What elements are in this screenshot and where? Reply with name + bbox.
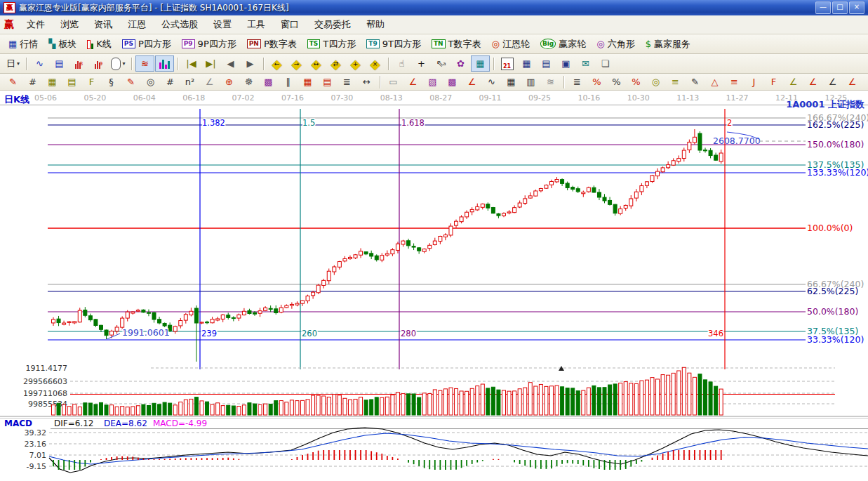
wave-tool-icon[interactable]: ∿ [482,74,501,90]
spiral-tool-icon[interactable]: § [102,74,121,90]
sector-blocks-button[interactable]: ▚板块 [44,37,81,52]
t-square-button[interactable]: TST四方形 [302,37,361,52]
angle-line-icon[interactable]: ∠ [823,74,842,90]
k-mark-icon[interactable]: ∥ [279,74,298,90]
p-number-table-button[interactable]: PNP数字表 [242,37,302,52]
percent-icon[interactable]: % [607,74,626,90]
chart-area[interactable]: 日K线05-0605-2006-0406-1807-0207-1607-3008… [0,91,868,481]
candle-style-dropdown[interactable]: ▾ [109,55,128,72]
web-box-icon[interactable]: ▩ [259,74,278,90]
calculator-icon[interactable]: ▦ [517,55,536,72]
grid-tool-icon[interactable]: # [23,74,42,90]
table-grid-icon[interactable]: ▦ [502,74,521,90]
pen-tool-icon[interactable]: ✎ [4,74,22,90]
fan-box-icon[interactable]: ▧ [423,74,442,90]
n2-grid-icon[interactable]: n² [180,74,199,90]
drag-hand-icon[interactable]: ☝ [392,55,411,72]
p-square-button[interactable]: PSP四方形 [117,37,176,52]
save-icon[interactable]: ▣ [556,55,575,72]
menu-item-文件[interactable]: 文件 [20,16,52,33]
percent-red-icon[interactable]: % [587,74,606,90]
expand-icon[interactable]: ◆× [366,55,385,72]
f-grid-icon[interactable]: F [82,74,101,90]
triangle-lines-icon[interactable]: △ [705,74,724,90]
title-bar[interactable]: 赢 赢家江恩专业版[赢家内部服务平台] - [上证指数 SH1A0001-167… [0,0,868,15]
winner-wheel-button[interactable]: Big赢家轮 [535,37,591,52]
width-span-icon[interactable]: ↔ [357,74,376,90]
crosshair-icon[interactable]: + [412,55,431,72]
close-button[interactable]: × [849,1,864,14]
hexagon-wheel-button[interactable]: ◎六角形 [592,37,639,52]
gann-wheel-button[interactable]: ◎江恩轮 [487,37,535,52]
grid-brain-icon[interactable]: ▦ [471,55,490,72]
red-fan-icon[interactable]: ∠ [403,74,422,90]
menu-item-设置[interactable]: 设置 [206,16,239,33]
maximize-button[interactable]: □ [832,1,848,14]
print-help-icon[interactable]: ❏ [596,55,615,72]
first-page-icon[interactable]: |◀ [182,55,201,72]
bars-9-icon[interactable]: 9 [89,55,108,72]
cycle-circle-icon[interactable]: ◎ [141,74,160,90]
menu-item-江恩[interactable]: 江恩 [121,16,153,33]
red-lines-icon[interactable]: ≡ [725,74,744,90]
four-line-icon[interactable]: ∠ [843,74,862,90]
zoom-in-icon[interactable]: ◆⇄ [326,55,345,72]
compass-cross-icon[interactable]: ⊕ [220,74,239,90]
pan-left-icon[interactable]: ◆← [267,55,286,72]
pen-black-icon[interactable]: ✎ [686,74,705,90]
calendar-icon[interactable]: 21 [498,55,516,72]
ruler-123-icon[interactable]: ≣ [338,74,356,90]
minimize-button[interactable]: — [815,1,831,14]
winner-service-button[interactable]: $赢家服务 [641,37,695,52]
grid-box-icon[interactable]: ▩ [443,74,462,90]
angle-fan-icon[interactable]: ∠ [462,74,481,90]
last-page-icon[interactable]: ▶| [201,55,220,72]
menu-item-工具[interactable]: 工具 [240,16,272,33]
gold-lines-icon[interactable]: ≡ [666,74,685,90]
bars-3-icon[interactable]: 3 [69,55,88,72]
kline-button[interactable]: K线 [82,37,116,52]
prev-page-icon[interactable]: ◀ [221,55,240,72]
indicator-list-icon[interactable]: ≣ [568,74,587,90]
gold-grid-b-icon[interactable]: ▤ [62,74,81,90]
menu-item-交易委托[interactable]: 交易委托 [307,16,358,33]
pattern-window-icon[interactable]: ∿ [30,55,49,72]
price-chart-canvas[interactable]: 日K线05-0605-2006-0406-1807-0207-1607-3008… [0,91,868,481]
gold-angle-icon[interactable]: ∠ [784,74,803,90]
color-histogram-icon[interactable] [155,55,174,72]
radial-web-icon[interactable]: ☸ [239,74,258,90]
draw-box-icon[interactable]: ▭ [384,74,403,90]
pointer-a-icon[interactable]: ⇖a [432,55,450,72]
gold-circle-icon[interactable]: ◎ [646,74,665,90]
quote-table-button[interactable]: ▦行情 [4,37,43,52]
table-grid2-icon[interactable]: ▥ [521,74,540,90]
zoom-out-icon[interactable]: ◆↔ [307,55,326,72]
j-line-icon[interactable]: J [745,74,763,90]
formula-pattern-icon[interactable]: ≋ [135,55,154,72]
report-icon[interactable]: ▤ [537,55,556,72]
gold-grid-a-icon[interactable]: ▦ [43,74,62,90]
menu-item-公式选股[interactable]: 公式选股 [154,16,205,33]
menu-item-窗口[interactable]: 窗口 [274,16,306,33]
menu-item-资讯[interactable]: 资讯 [87,16,119,33]
t9-square-button[interactable]: T99T四方形 [361,37,426,52]
next-page-icon[interactable]: ▶ [241,55,260,72]
period-day-dropdown[interactable]: 日▾ [4,55,22,72]
ying-grid-icon[interactable]: ▤ [318,74,337,90]
menu-item-帮助[interactable]: 帮助 [359,16,392,33]
shen-grid-icon[interactable]: ▦ [298,74,317,90]
info-list-icon[interactable]: ▤ [50,55,69,72]
pan-right-icon[interactable]: ◆→ [287,55,306,72]
percent-line-icon[interactable]: % [627,74,646,90]
f-line-icon[interactable]: F [764,74,783,90]
p9-square-button[interactable]: P99P四方形 [177,37,241,52]
mail-globe-icon[interactable]: ✉ [576,55,595,72]
flower-tool-icon[interactable]: ✿ [451,55,470,72]
speed-line-icon[interactable]: ∠ [803,74,822,90]
hatch-lines-icon[interactable]: ≋ [541,74,560,90]
menu-item-浏览[interactable]: 浏览 [53,16,86,33]
mirror-angle-icon[interactable]: ∠ [200,74,219,90]
t-number-table-button[interactable]: TNT数字表 [427,37,486,52]
flag-pen-icon[interactable]: ✎ [121,74,140,90]
dense-grid-icon[interactable]: # [161,74,180,90]
